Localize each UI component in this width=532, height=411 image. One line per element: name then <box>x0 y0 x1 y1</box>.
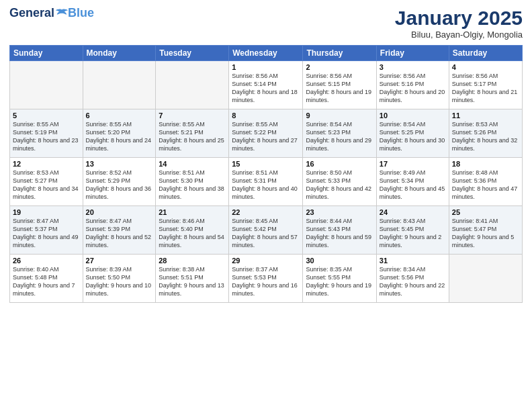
table-row <box>449 255 522 303</box>
subtitle: Biluu, Bayan-Olgiy, Mongolia <box>395 30 523 40</box>
table-row: 16 Sunrise: 8:50 AMSunset: 5:33 PMDaylig… <box>303 158 376 206</box>
table-row: 28 Sunrise: 8:38 AMSunset: 5:51 PMDaylig… <box>156 255 229 303</box>
table-row: 26 Sunrise: 8:40 AMSunset: 5:48 PMDaylig… <box>10 255 83 303</box>
day-number: 29 <box>232 257 300 265</box>
table-row <box>10 61 83 109</box>
calendar-header-row: Sunday Monday Tuesday Wednesday Thursday… <box>10 46 523 61</box>
day-info: Sunrise: 8:48 AMSunset: 5:36 PMDaylight:… <box>452 169 519 201</box>
day-info: Sunrise: 8:54 AMSunset: 5:25 PMDaylight:… <box>380 120 446 153</box>
day-info: Sunrise: 8:39 AMSunset: 5:50 PMDaylight:… <box>86 265 153 298</box>
day-number: 26 <box>13 257 80 265</box>
logo: General Blue <box>9 7 94 19</box>
day-number: 12 <box>13 160 80 168</box>
day-number: 24 <box>380 208 446 216</box>
day-info: Sunrise: 8:37 AMSunset: 5:53 PMDaylight:… <box>232 265 300 298</box>
day-info: Sunrise: 8:47 AMSunset: 5:37 PMDaylight:… <box>13 217 80 250</box>
col-thursday: Thursday <box>303 46 376 61</box>
table-row: 10 Sunrise: 8:54 AMSunset: 5:25 PMDaylig… <box>376 109 449 158</box>
day-info: Sunrise: 8:55 AMSunset: 5:21 PMDaylight:… <box>159 120 226 153</box>
col-friday: Friday <box>376 46 449 61</box>
day-info: Sunrise: 8:55 AMSunset: 5:19 PMDaylight:… <box>13 120 80 153</box>
table-row: 14 Sunrise: 8:51 AMSunset: 5:30 PMDaylig… <box>156 158 229 206</box>
day-info: Sunrise: 8:54 AMSunset: 5:23 PMDaylight:… <box>306 120 373 153</box>
page-container: General Blue January 2025 Biluu, Bayan-O… <box>0 0 532 411</box>
day-info: Sunrise: 8:56 AMSunset: 5:16 PMDaylight:… <box>380 72 446 105</box>
day-number: 19 <box>13 208 80 216</box>
day-number: 5 <box>13 111 80 120</box>
day-info: Sunrise: 8:55 AMSunset: 5:20 PMDaylight:… <box>86 120 153 153</box>
day-info: Sunrise: 8:38 AMSunset: 5:51 PMDaylight:… <box>159 265 226 298</box>
day-number: 22 <box>232 208 300 216</box>
day-info: Sunrise: 8:46 AMSunset: 5:40 PMDaylight:… <box>159 217 226 250</box>
table-row: 24 Sunrise: 8:43 AMSunset: 5:45 PMDaylig… <box>376 206 449 255</box>
table-row <box>156 61 229 109</box>
table-row: 27 Sunrise: 8:39 AMSunset: 5:50 PMDaylig… <box>83 255 156 303</box>
day-info: Sunrise: 8:53 AMSunset: 5:27 PMDaylight:… <box>13 169 80 201</box>
calendar-week-row: 12 Sunrise: 8:53 AMSunset: 5:27 PMDaylig… <box>10 158 523 206</box>
day-number: 20 <box>86 208 153 216</box>
table-row: 30 Sunrise: 8:35 AMSunset: 5:55 PMDaylig… <box>303 255 376 303</box>
calendar-week-row: 5 Sunrise: 8:55 AMSunset: 5:19 PMDayligh… <box>10 109 523 158</box>
table-row: 20 Sunrise: 8:47 AMSunset: 5:39 PMDaylig… <box>83 206 156 255</box>
day-info: Sunrise: 8:50 AMSunset: 5:33 PMDaylight:… <box>306 169 373 201</box>
day-info: Sunrise: 8:40 AMSunset: 5:48 PMDaylight:… <box>13 265 80 298</box>
day-info: Sunrise: 8:34 AMSunset: 5:56 PMDaylight:… <box>380 265 446 298</box>
day-number: 10 <box>380 111 446 120</box>
calendar-week-row: 1 Sunrise: 8:56 AMSunset: 5:14 PMDayligh… <box>10 61 523 109</box>
day-info: Sunrise: 8:55 AMSunset: 5:22 PMDaylight:… <box>232 120 300 153</box>
table-row: 31 Sunrise: 8:34 AMSunset: 5:56 PMDaylig… <box>376 255 449 303</box>
table-row: 3 Sunrise: 8:56 AMSunset: 5:16 PMDayligh… <box>376 61 449 109</box>
day-info: Sunrise: 8:56 AMSunset: 5:14 PMDaylight:… <box>232 72 300 105</box>
calendar-table: Sunday Monday Tuesday Wednesday Thursday… <box>9 45 523 303</box>
day-info: Sunrise: 8:52 AMSunset: 5:29 PMDaylight:… <box>86 169 153 201</box>
logo-text: General Blue <box>9 7 94 19</box>
title-block: January 2025 Biluu, Bayan-Olgiy, Mongoli… <box>395 7 523 40</box>
table-row: 4 Sunrise: 8:56 AMSunset: 5:17 PMDayligh… <box>449 61 522 109</box>
table-row: 12 Sunrise: 8:53 AMSunset: 5:27 PMDaylig… <box>10 158 83 206</box>
header: General Blue January 2025 Biluu, Bayan-O… <box>9 7 523 40</box>
day-number: 30 <box>306 257 373 265</box>
day-number: 15 <box>232 160 300 168</box>
month-title: January 2025 <box>395 7 523 30</box>
day-number: 1 <box>232 63 300 71</box>
table-row <box>83 61 156 109</box>
day-number: 28 <box>159 257 226 265</box>
table-row: 18 Sunrise: 8:48 AMSunset: 5:36 PMDaylig… <box>449 158 522 206</box>
day-number: 14 <box>159 160 226 168</box>
logo-bird-icon <box>56 8 68 17</box>
day-info: Sunrise: 8:56 AMSunset: 5:17 PMDaylight:… <box>452 72 519 105</box>
day-info: Sunrise: 8:47 AMSunset: 5:39 PMDaylight:… <box>86 217 153 250</box>
day-number: 13 <box>86 160 153 168</box>
day-number: 17 <box>380 160 446 168</box>
col-monday: Monday <box>83 46 156 61</box>
day-info: Sunrise: 8:45 AMSunset: 5:42 PMDaylight:… <box>232 217 300 250</box>
calendar-week-row: 26 Sunrise: 8:40 AMSunset: 5:48 PMDaylig… <box>10 255 523 303</box>
day-number: 7 <box>159 111 226 120</box>
col-tuesday: Tuesday <box>156 46 229 61</box>
col-saturday: Saturday <box>449 46 522 61</box>
day-number: 11 <box>452 111 519 120</box>
day-number: 18 <box>452 160 519 168</box>
day-number: 8 <box>232 111 300 120</box>
day-info: Sunrise: 8:51 AMSunset: 5:30 PMDaylight:… <box>159 169 226 201</box>
table-row: 25 Sunrise: 8:41 AMSunset: 5:47 PMDaylig… <box>449 206 522 255</box>
day-info: Sunrise: 8:56 AMSunset: 5:15 PMDaylight:… <box>306 72 373 105</box>
day-number: 21 <box>159 208 226 216</box>
day-info: Sunrise: 8:41 AMSunset: 5:47 PMDaylight:… <box>452 217 519 250</box>
day-info: Sunrise: 8:44 AMSunset: 5:43 PMDaylight:… <box>306 217 373 250</box>
day-info: Sunrise: 8:43 AMSunset: 5:45 PMDaylight:… <box>380 217 446 250</box>
day-number: 2 <box>306 63 373 71</box>
table-row: 22 Sunrise: 8:45 AMSunset: 5:42 PMDaylig… <box>229 206 303 255</box>
logo-blue: Blue <box>68 7 94 19</box>
table-row: 1 Sunrise: 8:56 AMSunset: 5:14 PMDayligh… <box>229 61 303 109</box>
day-number: 9 <box>306 111 373 120</box>
day-number: 23 <box>306 208 373 216</box>
day-number: 31 <box>380 257 446 265</box>
table-row: 6 Sunrise: 8:55 AMSunset: 5:20 PMDayligh… <box>83 109 156 158</box>
day-info: Sunrise: 8:53 AMSunset: 5:26 PMDaylight:… <box>452 120 519 153</box>
table-row: 21 Sunrise: 8:46 AMSunset: 5:40 PMDaylig… <box>156 206 229 255</box>
table-row: 5 Sunrise: 8:55 AMSunset: 5:19 PMDayligh… <box>10 109 83 158</box>
calendar-week-row: 19 Sunrise: 8:47 AMSunset: 5:37 PMDaylig… <box>10 206 523 255</box>
table-row: 13 Sunrise: 8:52 AMSunset: 5:29 PMDaylig… <box>83 158 156 206</box>
day-info: Sunrise: 8:51 AMSunset: 5:31 PMDaylight:… <box>232 169 300 201</box>
